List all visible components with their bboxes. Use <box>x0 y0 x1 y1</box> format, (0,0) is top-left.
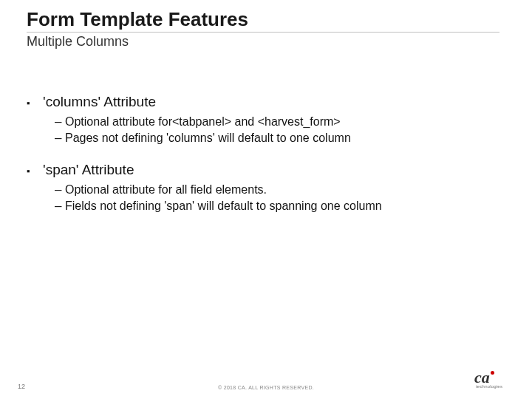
dash-bullet-icon: – <box>55 183 65 197</box>
square-bullet-icon: ▪ <box>27 166 43 177</box>
logo-dot-icon <box>491 371 494 375</box>
bullet-level2: – Optional attribute for<tabpanel> and <… <box>55 115 505 129</box>
slide-content: ▪ 'columns' Attribute – Optional attribu… <box>27 94 505 214</box>
section-item: Optional attribute for<tabpanel> and <ha… <box>65 115 341 129</box>
section-item: Optional attribute for all field element… <box>65 183 267 197</box>
dash-bullet-icon: – <box>55 115 65 129</box>
copyright-text: © 2018 CA. ALL RIGHTS RESERVED. <box>0 385 532 390</box>
section-heading: 'columns' Attribute <box>43 94 156 110</box>
slide: Form Template Features Multiple Columns … <box>0 0 532 399</box>
section-item: Fields not defining 'span' will default … <box>65 200 382 213</box>
bullet-level2: – Pages not defining 'columns' will defa… <box>55 131 505 146</box>
slide-subtitle: Multiple Columns <box>27 34 505 50</box>
dash-bullet-icon: – <box>55 199 65 214</box>
slide-footer: 12 © 2018 CA. ALL RIGHTS RESERVED. ca te… <box>0 372 532 390</box>
section-heading: 'span' Attribute <box>43 162 134 178</box>
logo-sub-text: technologies <box>476 384 514 389</box>
title-divider <box>27 32 499 33</box>
bullet-level1: ▪ 'columns' Attribute <box>27 94 505 110</box>
section-item: Pages not defining 'columns' will defaul… <box>65 132 351 145</box>
slide-title: Form Template Features <box>27 9 505 30</box>
bullet-level2: – Optional attribute for all field eleme… <box>55 183 505 197</box>
bullet-level1: ▪ 'span' Attribute <box>27 162 505 178</box>
dash-bullet-icon: – <box>55 131 65 146</box>
square-bullet-icon: ▪ <box>27 98 43 109</box>
bullet-level2: – Fields not defining 'span' will defaul… <box>55 199 505 214</box>
section-block: ▪ 'span' Attribute – Optional attribute … <box>27 162 505 214</box>
ca-logo: ca technologies <box>474 369 514 392</box>
